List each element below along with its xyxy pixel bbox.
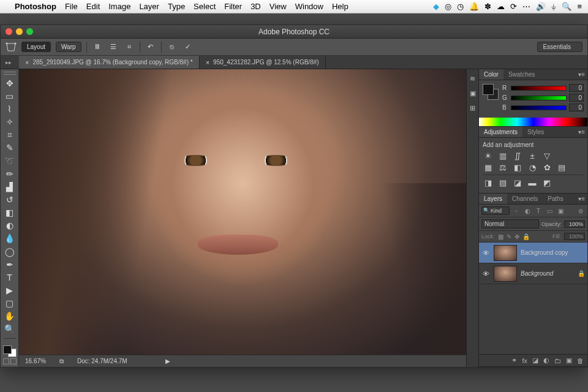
hand-tool[interactable]: ✋ — [2, 311, 17, 322]
tab-styles[interactable]: Styles — [522, 127, 549, 137]
layer-filter-kind-dropdown[interactable]: Kind — [481, 206, 510, 215]
r-slider[interactable] — [511, 86, 567, 91]
close-tab-icon[interactable]: × — [25, 59, 29, 66]
color-balance-icon[interactable]: ⚖ — [497, 162, 508, 172]
commit-transform-icon[interactable]: ✓ — [183, 42, 194, 53]
gradient-map-icon[interactable]: ▬ — [527, 178, 538, 187]
filter-smart-icon[interactable]: ▣ — [556, 206, 565, 215]
layers-panel-menu-icon[interactable]: ▾≡ — [576, 194, 587, 204]
color-panel-menu-icon[interactable]: ▾≡ — [576, 69, 587, 80]
new-layer-icon[interactable]: ▣ — [566, 356, 572, 364]
invert-icon[interactable]: ◨ — [483, 178, 494, 187]
lock-position-icon[interactable]: ✥ — [514, 233, 519, 240]
status-flyout-icon[interactable]: ▶ — [165, 358, 170, 364]
paw-tray-icon[interactable]: ✽ — [484, 2, 491, 11]
color-lookup-icon[interactable]: ▤ — [556, 162, 567, 172]
dots-tray-icon[interactable]: ⋯ — [522, 2, 530, 11]
dropbox-tray-icon[interactable]: ◆ — [433, 2, 439, 11]
curves-icon[interactable]: ∬ — [512, 151, 523, 160]
history-brush-tool[interactable]: ↺ — [2, 194, 17, 205]
filter-toggle-icon[interactable]: ⊘ — [576, 206, 585, 215]
clock-tray-icon[interactable]: ◷ — [457, 2, 464, 11]
app-menu[interactable]: Photoshop — [15, 2, 56, 11]
expose-icon[interactable]: ⧉ — [59, 358, 64, 365]
move-tool[interactable]: ✥ — [2, 77, 17, 89]
sync-tray-icon[interactable]: ⟳ — [510, 2, 517, 11]
document-tab-1[interactable]: × 285_2910049.JPG @ 16.7% (Background co… — [19, 56, 200, 69]
window-close-button[interactable] — [6, 28, 12, 35]
screen-mode-icon[interactable] — [10, 358, 17, 364]
threshold-icon[interactable]: ◪ — [512, 178, 523, 187]
menu-tray-icon[interactable]: ≡ — [577, 2, 582, 11]
zoom-level[interactable]: 16.67% — [25, 358, 46, 364]
window-minimize-button[interactable] — [16, 28, 23, 35]
hue-sat-icon[interactable]: ▦ — [483, 162, 494, 172]
bw-icon[interactable]: ◧ — [512, 162, 523, 172]
menu-select[interactable]: Select — [194, 2, 216, 11]
vibrance-icon[interactable]: ▽ — [541, 151, 552, 160]
brush-tool[interactable]: ✏ — [2, 168, 17, 179]
delete-layer-icon[interactable]: 🗑 — [577, 357, 584, 364]
layer-visibility-icon[interactable]: 👁 — [481, 270, 490, 277]
window-maximize-button[interactable] — [26, 28, 33, 35]
new-fill-adj-icon[interactable]: ◐ — [543, 356, 549, 364]
crop-tool[interactable]: ⌗ — [2, 129, 17, 141]
g-value[interactable]: 0 — [569, 94, 584, 102]
actions-panel-icon[interactable]: ▣ — [469, 89, 477, 97]
expand-tabs-icon[interactable]: ▸▸ — [6, 59, 12, 66]
layer-lock-icon[interactable]: 🔒 — [578, 270, 585, 277]
blur-tool[interactable]: 💧 — [2, 233, 17, 244]
r-value[interactable]: 0 — [569, 84, 584, 92]
menu-image[interactable]: Image — [108, 2, 130, 11]
puppet-warp-tool-icon[interactable] — [6, 42, 17, 53]
blend-mode-dropdown[interactable]: Normal — [481, 219, 539, 228]
undo-icon[interactable]: ↶ — [145, 42, 156, 53]
menu-type[interactable]: Type — [168, 2, 185, 11]
menu-edit[interactable]: Edit — [86, 2, 100, 11]
layer-item[interactable]: 👁 Background copy — [479, 243, 587, 263]
align-horizontal-icon[interactable]: ☰ — [108, 42, 119, 53]
filter-type-icon[interactable]: T — [534, 206, 543, 215]
close-tab-icon[interactable]: × — [206, 59, 209, 66]
dodge-tool[interactable]: ◯ — [2, 246, 17, 257]
wifi-tray-icon[interactable]: ⏚ — [551, 2, 556, 11]
menu-layer[interactable]: Layer — [139, 2, 159, 11]
menu-file[interactable]: File — [65, 2, 78, 11]
search-tray-icon[interactable]: 🔍 — [562, 2, 571, 11]
exposure-icon[interactable]: ± — [527, 151, 538, 160]
tab-color[interactable]: Color — [479, 69, 503, 80]
tab-paths[interactable]: Paths — [543, 194, 568, 204]
marquee-tool[interactable]: ▭ — [2, 90, 17, 102]
volume-tray-icon[interactable]: 🔊 — [536, 2, 546, 11]
layer-thumbnail[interactable] — [494, 245, 517, 261]
workspace-dropdown[interactable]: Essentials — [537, 42, 582, 52]
history-panel-icon[interactable]: ≋ — [469, 74, 477, 83]
foreground-background-swatch[interactable] — [3, 345, 17, 357]
clone-stamp-tool[interactable]: ▟ — [2, 181, 17, 192]
tab-swatches[interactable]: Swatches — [503, 69, 540, 80]
new-group-icon[interactable]: 🗀 — [554, 357, 561, 364]
posterize-icon[interactable]: ▨ — [497, 178, 508, 187]
document-canvas[interactable] — [19, 69, 466, 355]
gradient-tool[interactable]: ◐ — [2, 220, 17, 232]
healing-brush-tool[interactable]: ➰ — [2, 155, 17, 167]
menu-window[interactable]: Window — [295, 2, 323, 11]
cc-tray-icon[interactable]: ◎ — [445, 2, 451, 11]
tab-layers[interactable]: Layers — [479, 194, 507, 204]
menu-3d[interactable]: 3D — [251, 2, 261, 11]
adjustments-panel-menu-icon[interactable]: ▾≡ — [576, 127, 587, 137]
layer-fx-icon[interactable]: fx — [522, 357, 527, 364]
warp-button[interactable]: Warp — [56, 42, 81, 52]
lock-transparency-icon[interactable]: ▩ — [498, 233, 503, 240]
levels-icon[interactable]: ▥ — [497, 151, 508, 160]
shape-tool[interactable]: ▢ — [2, 298, 17, 309]
filter-adjust-icon[interactable]: ◐ — [523, 206, 532, 215]
channel-mixer-icon[interactable]: ✿ — [541, 162, 552, 172]
layer-mask-icon[interactable]: ◪ — [532, 356, 538, 364]
eyedropper-tool[interactable]: ✎ — [2, 142, 17, 154]
panel-grip-icon[interactable] — [4, 72, 16, 75]
color-spectrum[interactable] — [479, 118, 587, 126]
lasso-tool[interactable]: ⌇ — [2, 104, 17, 115]
b-slider[interactable] — [511, 105, 567, 110]
brightness-contrast-icon[interactable]: ☀ — [483, 151, 494, 160]
